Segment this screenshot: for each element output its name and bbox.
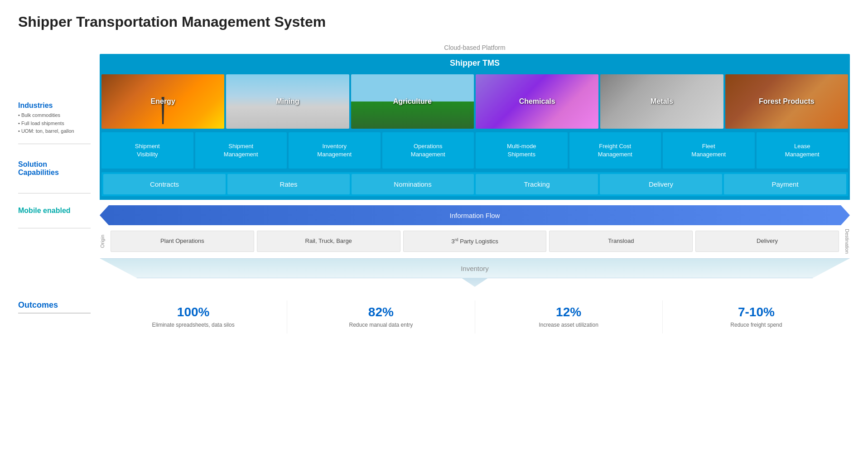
mobile-row: Contracts Rates Nominations Tracking Del… [100,170,850,200]
outcome-82-percent: 82% [296,305,465,319]
solution-freight-cost: Freight CostManagement [569,132,661,169]
outcome-100-percent: 100% [109,305,278,319]
solution-shipment-management: ShipmentManagement [195,132,287,169]
outcome-12-desc: Increase asset utilization [484,321,653,329]
outcomes-left: Outcomes [18,300,91,334]
mobile-tracking: Tracking [476,174,598,194]
industries-label-section: Industries • Bulk commodities • Full loa… [18,77,91,140]
solution-inventory-management: InventoryManagement [289,132,381,169]
inventory-arrow: Inventory [100,258,850,278]
od-row-wrapper: Origin Plant Operations Rail, Truck, Bar… [100,229,850,254]
right-content: Cloud-based Platform Shipper TMS Energy … [100,44,850,287]
solution-label-section: Solution Capabilities [18,148,91,189]
od-3pl: 3rd Party Logistics [403,231,547,251]
od-delivery: Delivery [695,231,839,251]
inventory-pointer-shape [461,278,488,287]
outcome-7-10: 7-10% Reduce freight spend [662,300,850,334]
mobile-payment: Payment [724,174,846,194]
inventory-pointer [100,278,850,287]
industry-energy-label: Energy [101,74,224,129]
outcome-100-desc: Eliminate spreadsheets, data silos [109,321,278,329]
outcome-12: 12% Increase asset utilization [475,300,662,334]
industry-agriculture: Agriculture [351,74,474,129]
od-plant-operations: Plant Operations [111,231,254,251]
info-flow-label: Information Flow [450,212,500,219]
mobile-nominations: Nominations [352,174,474,194]
solution-operations-management: OperationsManagement [382,132,474,169]
industry-energy: Energy [101,74,224,129]
outcome-100: 100% Eliminate spreadsheets, data silos [100,300,287,334]
solution-fleet: FleetManagement [663,132,755,169]
mobile-delivery: Delivery [600,174,722,194]
outcomes-section: Outcomes 100% Eliminate spreadsheets, da… [18,300,850,334]
origin-label: Origin [100,235,109,248]
outcomes-right: 100% Eliminate spreadsheets, data silos … [100,300,850,334]
industry-metals-label: Metals [600,74,723,129]
industry-chemicals-label: Chemicals [476,74,598,129]
solution-shipment-visibility: ShipmentVisibility [101,132,193,169]
industry-metals: Metals [600,74,723,129]
info-flow-container: Information Flow [100,205,850,225]
page-title: Shipper Transportation Management System [18,14,850,30]
od-cards-row: Plant Operations Rail, Truck, Barge 3rd … [111,231,839,251]
industry-chemicals: Chemicals [476,74,598,129]
od-rail-truck: Rail, Truck, Barge [257,231,400,251]
solution-lease: LeaseManagement [757,132,849,169]
outcome-7-10-desc: Reduce freight spend [672,321,841,329]
solution-multimode: Multi-modeShipments [476,132,568,169]
industry-forest: Forest Products [725,74,848,129]
industry-agriculture-label: Agriculture [351,74,474,129]
inventory-row: Inventory [100,258,850,287]
solution-title: Solution Capabilities [18,160,91,177]
main-container: Industries • Bulk commodities • Full loa… [18,44,850,287]
info-flow-arrow: Information Flow [109,205,841,225]
left-labels: Industries • Bulk commodities • Full loa… [18,44,91,287]
destination-label: Destination [841,229,850,254]
outcome-82: 82% Reduce manual data entry [287,300,474,334]
mobile-label-section: Mobile enabled [18,197,91,224]
mobile-rates: Rates [227,174,350,194]
outcomes-title: Outcomes [18,300,91,314]
industries-title: Industries [18,102,91,110]
outcome-82-desc: Reduce manual data entry [296,321,465,329]
cloud-label: Cloud-based Platform [100,44,850,51]
inventory-label: Inventory [461,265,489,272]
industry-forest-label: Forest Products [725,74,848,129]
mobile-title: Mobile enabled [18,207,91,215]
industries-row: Energy Mining Agriculture Chemicals Meta… [100,72,850,130]
industry-mining: Mining [226,74,349,129]
shipper-tms-bar: Shipper TMS [100,54,850,72]
outcome-7-10-percent: 7-10% [672,305,841,319]
mobile-contracts: Contracts [103,174,226,194]
solution-row: ShipmentVisibility ShipmentManagement In… [100,130,850,170]
outcome-12-percent: 12% [484,305,653,319]
industry-mining-label: Mining [226,74,349,129]
industries-bullets: • Bulk commodities • Full load shipments… [18,111,91,135]
mobile-inner: Contracts Rates Nominations Tracking Del… [101,172,848,196]
od-transload: Transload [549,231,693,251]
